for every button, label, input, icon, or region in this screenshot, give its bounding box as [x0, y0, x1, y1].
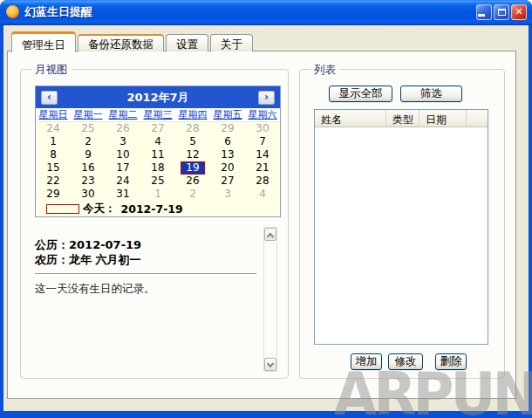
calendar-day[interactable]: 12	[175, 148, 210, 161]
calendar-day[interactable]: 25	[71, 122, 106, 135]
list-body[interactable]	[315, 127, 488, 345]
calendar-day[interactable]: 28	[245, 175, 280, 188]
calendar-day[interactable]: 20	[210, 161, 245, 175]
calendar-day[interactable]: 1	[36, 135, 71, 148]
chevron-down-icon	[267, 360, 274, 367]
close-button[interactable]: ✕	[511, 4, 527, 20]
lunar-date-line: 农历：龙年 六月初一	[35, 252, 258, 267]
column-header[interactable]: 日期	[419, 110, 467, 127]
scroll-down-button[interactable]	[264, 358, 276, 371]
calendar-month-title: 2012年7月	[58, 90, 258, 106]
calendar-day[interactable]: 24	[106, 175, 140, 188]
calendar-day[interactable]: 29	[210, 122, 245, 135]
calendar-day[interactable]: 21	[245, 161, 280, 175]
maximize-button[interactable]	[494, 4, 509, 20]
dialog-client-area: 管理生日 备份还原数据 设置 关于 月视图 ‹ 2012年7月 › 星期日星期一…	[3, 25, 529, 411]
calendar-day[interactable]: 30	[71, 188, 106, 201]
weekday-link[interactable]: 星期六	[245, 108, 280, 121]
app-window: 幻蓝生日提醒 ✕ 管理生日 备份还原数据 设置 关于 月视图 ‹ 2012年7月…	[0, 0, 532, 418]
lunar-date-value: 龙年 六月初一	[69, 253, 141, 266]
calendar-day[interactable]: 29	[36, 188, 71, 201]
calendar-day[interactable]: 14	[245, 148, 280, 161]
calendar-weekday-row: 星期日星期一星期二星期三星期四星期五星期六	[36, 108, 280, 122]
filter-button[interactable]: 筛选	[400, 86, 462, 102]
calendar-day[interactable]: 4	[245, 188, 280, 201]
weekday-link[interactable]: 星期五	[210, 108, 245, 121]
tab-about[interactable]: 关于	[210, 34, 253, 51]
column-header[interactable]: 姓名	[315, 110, 386, 127]
weekday-link[interactable]: 星期二	[106, 108, 140, 121]
calendar-day[interactable]: 6	[210, 135, 245, 148]
tab-strip: 管理生日 备份还原数据 设置 关于	[11, 31, 255, 51]
calendar-day[interactable]: 26	[175, 175, 210, 188]
calendar-day-selected[interactable]: 19	[175, 161, 210, 175]
calendar-day[interactable]: 27	[140, 122, 175, 135]
today-label: 今天：	[83, 202, 116, 216]
maximize-icon	[498, 9, 506, 16]
calendar-day[interactable]: 11	[140, 148, 175, 161]
calendar-day[interactable]: 4	[140, 135, 175, 148]
info-divider	[35, 273, 256, 274]
next-month-button[interactable]: ›	[258, 91, 275, 105]
calendar-day[interactable]: 3	[210, 188, 245, 201]
calendar-day[interactable]: 17	[106, 161, 140, 175]
calendar-day[interactable]: 27	[210, 175, 245, 188]
edit-button[interactable]: 修改	[388, 353, 423, 370]
calendar-day[interactable]: 7	[245, 135, 280, 148]
calendar-day[interactable]: 13	[210, 148, 245, 161]
weekday-link[interactable]: 星期三	[140, 108, 175, 121]
calendar-day[interactable]: 22	[36, 175, 71, 188]
tab-backup-restore[interactable]: 备份还原数据	[78, 34, 164, 51]
month-calendar: ‹ 2012年7月 › 星期日星期一星期二星期三星期四星期五星期六 242526…	[35, 86, 281, 217]
tab-settings[interactable]: 设置	[166, 34, 208, 51]
calendar-day[interactable]: 30	[245, 122, 280, 135]
calendar-week-row: 2930311234	[36, 188, 280, 201]
weekday-link[interactable]: 星期一	[71, 108, 106, 121]
calendar-day[interactable]: 10	[106, 148, 140, 161]
calendar-day[interactable]: 23	[71, 175, 106, 188]
calendar-today-row: 今天： 2012-7-19	[36, 201, 280, 216]
calendar-day[interactable]: 2	[175, 188, 210, 201]
today-date-value: 2012-7-19	[121, 202, 183, 216]
calendar-day[interactable]: 15	[36, 161, 71, 175]
column-header[interactable]: 类型	[386, 110, 419, 127]
weekday-link[interactable]: 星期日	[36, 108, 71, 121]
calendar-day[interactable]: 28	[175, 122, 210, 135]
minimize-button[interactable]	[476, 4, 492, 20]
calendar-day[interactable]: 9	[71, 148, 106, 161]
tab-page-manage-birthdays: 月视图 ‹ 2012年7月 › 星期日星期一星期二星期三星期四星期五星期六 24…	[7, 51, 516, 399]
calendar-day[interactable]: 26	[106, 122, 140, 135]
calendar-day[interactable]: 24	[36, 122, 71, 135]
add-button[interactable]: 增加	[351, 353, 382, 370]
calendar-day[interactable]: 2	[71, 135, 106, 148]
delete-button[interactable]: 删除	[435, 353, 467, 370]
solar-date-label: 公历：	[35, 238, 69, 251]
lunar-date-label: 农历：	[35, 253, 69, 266]
list-group: 列表 显示全部 筛选 姓名类型日期 增加 修改 删除	[299, 69, 505, 379]
info-scrollbar[interactable]	[263, 227, 277, 372]
calendar-day[interactable]: 8	[36, 148, 71, 161]
calendar-day[interactable]: 18	[140, 161, 175, 175]
list-header-row: 姓名类型日期	[315, 110, 488, 127]
tab-manage-birthdays[interactable]: 管理生日	[11, 31, 76, 52]
calendar-day[interactable]: 1	[140, 188, 175, 201]
calendar-day[interactable]: 25	[140, 175, 175, 188]
day-info-panel: 公历：2012-07-19 农历：龙年 六月初一 这一天没有生日的记录。	[28, 227, 277, 372]
no-record-text: 这一天没有生日的记录。	[35, 282, 258, 297]
birthday-list[interactable]: 姓名类型日期	[314, 109, 488, 345]
calendar-day[interactable]: 16	[71, 161, 106, 175]
calendar-week-row: 1234567	[36, 135, 280, 148]
weekday-link[interactable]: 星期四	[175, 108, 210, 121]
calendar-header: ‹ 2012年7月 ›	[36, 86, 280, 108]
show-all-button[interactable]: 显示全部	[329, 86, 392, 102]
month-view-group-label: 月视图	[31, 63, 72, 78]
calendar-day[interactable]: 5	[175, 135, 210, 148]
calendar-day[interactable]: 31	[106, 188, 140, 201]
solar-date-line: 公历：2012-07-19	[35, 237, 258, 252]
title-bar[interactable]: 幻蓝生日提醒 ✕	[0, 0, 532, 25]
prev-month-button[interactable]: ‹	[41, 91, 58, 105]
calendar-grid: 2425262728293012345678910111213141516171…	[36, 122, 280, 201]
calendar-day[interactable]: 3	[106, 135, 140, 148]
calendar-week-row: 891011121314	[36, 148, 280, 161]
scroll-up-button[interactable]	[264, 228, 276, 241]
